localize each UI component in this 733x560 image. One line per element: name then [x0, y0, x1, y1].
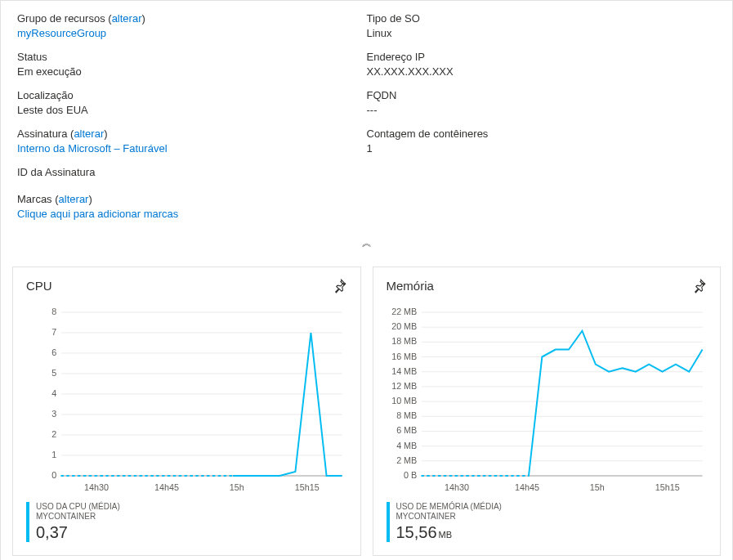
svg-text:15h: 15h [589, 482, 604, 492]
svg-text:4: 4 [51, 388, 56, 398]
svg-text:6: 6 [51, 347, 56, 357]
memory-chart[interactable]: 0 B2 MB4 MB6 MB8 MB10 MB12 MB14 MB16 MB1… [387, 307, 708, 495]
cpu-chart[interactable]: 01234567814h3014h4515h15h15 [26, 307, 347, 495]
property-row: Grupo de recursos (alterar)myResourceGro… [17, 12, 367, 41]
property-row: LocalizaçãoLeste dos EUA [17, 89, 367, 118]
cpu-chart-card: CPU 01234567814h3014h4515h15h15 USO DA C… [12, 267, 361, 556]
property-label: Grupo de recursos (alterar) [17, 12, 367, 26]
property-label: FQDN [367, 89, 717, 103]
memory-legend-value: 15,56MB [396, 522, 502, 542]
svg-text:16 MB: 16 MB [391, 352, 417, 361]
property-label: ID da Assinatura [17, 166, 367, 180]
cpu-legend: USO DA CPU (MÉDIA) MYCONTAINER 0,37 [26, 502, 347, 542]
property-row: ID da Assinatura [17, 166, 367, 180]
property-value: Interno da Microsoft – Faturável [17, 141, 367, 156]
svg-text:15h15: 15h15 [295, 482, 320, 492]
property-value: Linux [367, 26, 717, 41]
property-row: Tipo de SOLinux [367, 12, 717, 41]
cpu-legend-value: 0,37 [36, 522, 120, 542]
svg-text:18 MB: 18 MB [391, 337, 417, 347]
property-label: Endereço IP [367, 51, 717, 65]
property-label: Contagem de contêineres [367, 128, 717, 141]
svg-text:5: 5 [51, 368, 56, 378]
svg-text:20 MB: 20 MB [391, 321, 417, 331]
property-value: Leste dos EUA [17, 103, 367, 118]
property-value: XX.XXX.XXX.XXX [367, 65, 717, 79]
properties-right-column: Tipo de SOLinuxEndereço IPXX.XXX.XXX.XXX… [367, 12, 717, 190]
chevron-up-icon: ︽ [362, 237, 372, 249]
memory-legend-sub: MYCONTAINER [396, 512, 502, 522]
svg-text:14 MB: 14 MB [391, 366, 417, 376]
pin-icon[interactable] [692, 279, 707, 293]
tags-add-link[interactable]: Clique aqui para adicionar marcas [17, 208, 178, 220]
change-link[interactable]: alterar [112, 12, 142, 25]
svg-text:14h30: 14h30 [445, 482, 469, 492]
property-value: 1 [367, 141, 717, 156]
properties-left-column: Grupo de recursos (alterar)myResourceGro… [17, 12, 367, 190]
memory-legend-label: USO DE MEMÓRIA (MÉDIA) [396, 502, 502, 512]
property-row: FQDN--- [367, 89, 717, 118]
legend-color-bar [26, 502, 29, 542]
collapse-toggle[interactable]: ︽ [1, 236, 732, 255]
memory-legend: USO DE MEMÓRIA (MÉDIA) MYCONTAINER 15,56… [387, 502, 708, 542]
property-value: --- [367, 103, 717, 118]
overview-panel: Grupo de recursos (alterar)myResourceGro… [0, 0, 733, 560]
property-value-link[interactable]: myResourceGroup [17, 27, 106, 39]
property-label: Localização [17, 89, 367, 103]
svg-text:22 MB: 22 MB [391, 307, 417, 316]
svg-text:3: 3 [51, 409, 56, 419]
svg-text:12 MB: 12 MB [391, 381, 417, 391]
svg-text:7: 7 [51, 327, 56, 337]
property-row: Endereço IPXX.XXX.XXX.XXX [367, 51, 717, 79]
property-row: StatusEm execução [17, 51, 367, 79]
svg-text:14h45: 14h45 [514, 482, 539, 492]
svg-text:8: 8 [51, 307, 56, 316]
tags-change-link[interactable]: alterar [59, 193, 89, 205]
charts-container: CPU 01234567814h3014h4515h15h15 USO DA C… [1, 255, 732, 560]
svg-text:8 MB: 8 MB [396, 410, 417, 420]
properties-grid: Grupo de recursos (alterar)myResourceGro… [1, 1, 732, 193]
svg-text:15h15: 15h15 [655, 482, 679, 492]
legend-color-bar [387, 502, 390, 542]
svg-text:0 B: 0 B [404, 470, 417, 480]
property-value: Em execução [17, 65, 367, 79]
property-label: Tipo de SO [367, 12, 717, 26]
property-row: Assinatura (alterar)Interno da Microsoft… [17, 128, 367, 156]
svg-text:1: 1 [51, 450, 56, 459]
property-label: Status [17, 51, 367, 65]
pin-icon[interactable] [333, 279, 347, 293]
memory-chart-title: Memória [387, 279, 708, 293]
change-link[interactable]: alterar [74, 128, 104, 140]
cpu-legend-sub: MYCONTAINER [36, 512, 120, 522]
memory-chart-card: Memória 0 B2 MB4 MB6 MB8 MB10 MB12 MB14 … [373, 267, 722, 556]
svg-text:0: 0 [51, 470, 56, 480]
property-value-link[interactable]: Interno da Microsoft – Faturável [17, 142, 168, 155]
cpu-chart-title: CPU [26, 279, 347, 293]
cpu-legend-label: USO DA CPU (MÉDIA) [36, 502, 120, 512]
svg-text:14h45: 14h45 [154, 482, 179, 492]
svg-text:6 MB: 6 MB [396, 426, 417, 436]
tags-label: Marcas [17, 193, 52, 205]
svg-text:2: 2 [51, 429, 56, 439]
svg-text:15h: 15h [230, 482, 244, 492]
svg-text:14h30: 14h30 [84, 482, 109, 492]
svg-text:10 MB: 10 MB [391, 396, 417, 405]
svg-text:4 MB: 4 MB [396, 441, 417, 450]
property-value: myResourceGroup [17, 26, 367, 41]
property-row: Contagem de contêineres1 [367, 128, 717, 156]
tags-row: Marcas (alterar) Clique aqui para adicio… [1, 193, 732, 226]
svg-text:2 MB: 2 MB [396, 455, 417, 465]
property-label: Assinatura (alterar) [17, 128, 367, 141]
